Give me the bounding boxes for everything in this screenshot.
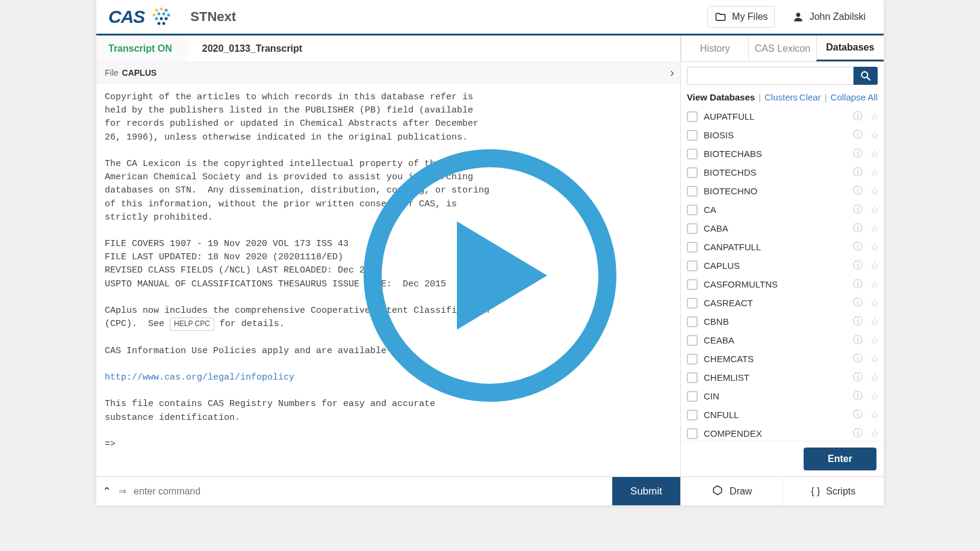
tab-history[interactable]: History (681, 35, 748, 61)
info-icon[interactable]: ⓘ (852, 185, 863, 197)
info-icon[interactable]: ⓘ (852, 166, 863, 179)
db-search-button[interactable] (854, 67, 878, 85)
star-icon[interactable]: ☆ (869, 260, 880, 271)
info-icon[interactable]: ⓘ (852, 334, 863, 346)
db-checkbox[interactable] (687, 186, 698, 197)
db-checkbox[interactable] (687, 279, 698, 290)
info-icon[interactable]: ⓘ (852, 427, 863, 440)
info-icon[interactable]: ⓘ (852, 147, 863, 160)
db-name[interactable]: CIN (704, 391, 846, 401)
star-icon[interactable]: ☆ (869, 316, 880, 327)
db-checkbox[interactable] (687, 335, 698, 346)
star-icon[interactable]: ☆ (869, 204, 880, 215)
db-checkbox[interactable] (687, 242, 698, 253)
infopolicy-link[interactable]: http://www.cas.org/legal/infopolicy (105, 372, 294, 383)
chevron-up-icon[interactable]: ⌃ (102, 485, 111, 498)
info-icon[interactable]: ⓘ (852, 259, 863, 272)
db-name[interactable]: CA (704, 205, 846, 215)
draw-button[interactable]: Draw (681, 477, 783, 505)
db-checkbox[interactable] (687, 372, 698, 383)
db-name[interactable]: BIOTECHNO (704, 186, 846, 196)
transcript-name[interactable]: 2020_0133_Transcript (184, 43, 320, 54)
transcript-toggle[interactable]: Transcript ON (96, 35, 184, 61)
star-icon[interactable]: ☆ (869, 428, 880, 439)
db-name[interactable]: CAPLUS (704, 260, 846, 271)
info-icon[interactable]: ⓘ (852, 371, 863, 384)
db-search-input[interactable] (687, 67, 854, 85)
user-menu[interactable]: John Zabilski (786, 7, 872, 27)
db-name[interactable]: CNFULL (704, 410, 846, 420)
myfiles-button[interactable]: My Files (707, 6, 775, 28)
star-icon[interactable]: ☆ (869, 353, 880, 365)
db-name[interactable]: CASREACT (704, 298, 846, 308)
db-checkbox[interactable] (687, 298, 698, 309)
info-icon[interactable]: ⓘ (852, 203, 863, 216)
info-icon[interactable]: ⓘ (852, 129, 863, 141)
db-checkbox[interactable] (687, 111, 698, 122)
star-icon[interactable]: ☆ (869, 111, 880, 122)
db-checkbox[interactable] (687, 167, 698, 178)
db-name[interactable]: CANPATFULL (704, 242, 846, 252)
db-name[interactable]: CHEMLIST (704, 372, 846, 383)
tab-lexicon[interactable]: CAS Lexicon (748, 35, 816, 61)
info-icon[interactable]: ⓘ (852, 315, 863, 328)
submit-button[interactable]: Submit (612, 477, 680, 505)
db-checkbox[interactable] (687, 391, 698, 402)
star-icon[interactable]: ☆ (869, 297, 880, 309)
info-icon[interactable]: ⓘ (852, 390, 863, 402)
clusters-link[interactable]: Clusters (764, 92, 798, 102)
tab-databases[interactable]: Databases (816, 35, 884, 61)
star-icon[interactable]: ☆ (869, 185, 880, 197)
collapse-all-link[interactable]: Collapse All (831, 92, 878, 102)
db-name[interactable]: BIOSIS (704, 130, 846, 140)
info-icon[interactable]: ⓘ (852, 297, 863, 309)
db-item: CHEMLISTⓘ☆ (687, 368, 880, 387)
star-icon[interactable]: ☆ (869, 167, 880, 178)
star-icon[interactable]: ☆ (869, 129, 880, 141)
view-databases-label[interactable]: View Databases (687, 92, 755, 102)
help-cpc-button[interactable]: HELP CPC (170, 318, 214, 331)
db-checkbox[interactable] (687, 130, 698, 141)
db-name[interactable]: COMPENDEX (704, 428, 846, 439)
scripts-button[interactable]: { } Scripts (783, 477, 884, 505)
info-icon[interactable]: ⓘ (852, 241, 863, 253)
db-checkbox[interactable] (687, 149, 698, 159)
info-icon[interactable]: ⓘ (852, 222, 863, 235)
info-icon[interactable]: ⓘ (852, 408, 863, 421)
db-item: CANPATFULLⓘ☆ (687, 238, 880, 256)
star-icon[interactable]: ☆ (869, 390, 880, 402)
star-icon[interactable]: ☆ (869, 241, 880, 253)
db-name[interactable]: CBNB (704, 316, 846, 327)
db-checkbox[interactable] (687, 354, 698, 365)
db-name[interactable]: CHEMCATS (704, 354, 846, 364)
db-checkbox[interactable] (687, 223, 698, 234)
info-icon[interactable]: ⓘ (852, 278, 863, 291)
star-icon[interactable]: ☆ (869, 372, 880, 383)
db-checkbox[interactable] (687, 316, 698, 327)
chevron-right-icon[interactable]: › (670, 66, 674, 79)
db-name[interactable]: BIOTECHABS (704, 149, 846, 159)
star-icon[interactable]: ☆ (869, 409, 880, 420)
logo[interactable]: CAS STNext (108, 5, 236, 28)
svg-point-0 (155, 9, 158, 12)
db-name[interactable]: CASFORMULTNS (704, 279, 846, 289)
enter-button[interactable]: Enter (804, 448, 876, 470)
svg-point-10 (158, 22, 161, 25)
star-icon[interactable]: ☆ (869, 148, 880, 159)
info-icon[interactable]: ⓘ (852, 352, 863, 365)
db-name[interactable]: CEABA (704, 335, 846, 345)
db-checkbox[interactable] (687, 410, 698, 420)
db-name[interactable]: BIOTECHDS (704, 167, 846, 177)
db-checkbox[interactable] (687, 260, 698, 271)
db-name[interactable]: CABA (704, 223, 846, 233)
info-icon[interactable]: ⓘ (852, 110, 863, 123)
command-input[interactable] (134, 486, 605, 497)
clear-link[interactable]: Clear (799, 92, 821, 102)
star-icon[interactable]: ☆ (869, 279, 880, 290)
db-name[interactable]: AUPATFULL (704, 111, 846, 122)
db-checkbox[interactable] (687, 428, 698, 439)
db-checkbox[interactable] (687, 205, 698, 215)
star-icon[interactable]: ☆ (869, 223, 880, 234)
database-list[interactable]: AUPATFULLⓘ☆BIOSISⓘ☆BIOTECHABSⓘ☆BIOTECHDS… (681, 107, 884, 441)
star-icon[interactable]: ☆ (869, 334, 880, 346)
